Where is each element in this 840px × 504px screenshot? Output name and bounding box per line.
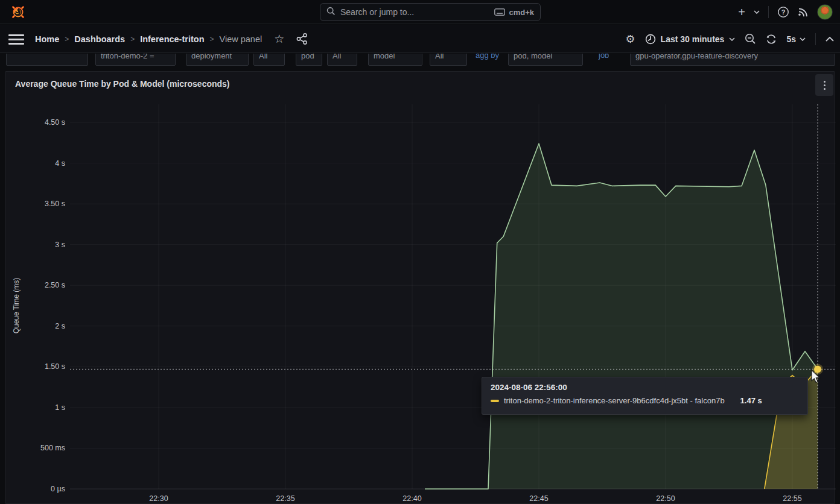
breadcrumb-separator: > [130,35,135,43]
y-axis-tick-label: 3.50 s [45,200,65,208]
variable-label: job [599,54,609,66]
y-axis-tick-label: 500 ms [40,444,65,452]
search-icon [326,7,336,17]
timeseries-chart[interactable]: 0 µs500 ms1 s1.50 s2 s2.50 s3 s3.50 s4 s… [5,72,836,504]
refresh-interval-picker[interactable]: 5s [786,34,806,44]
dashboard-settings-gear-icon[interactable]: ⚙ [625,34,635,45]
share-icon[interactable] [296,33,308,45]
breadcrumb-home[interactable]: Home [35,34,59,44]
add-chevron-down-icon[interactable] [754,10,760,14]
tooltip-series-name: triton-demo-2-triton-inference-server-9b… [504,396,725,405]
refresh-interval-chevron-down-icon [800,37,806,41]
y-axis-tick-label: 1 s [55,403,65,412]
y-axis-title: Queue Time (ms) [12,278,21,334]
search-shortcut-label: cmd+k [509,8,534,17]
time-range-label: Last 30 minutes [661,34,725,44]
time-range-chevron-down-icon [729,37,735,41]
y-axis-tick-label: 3 s [55,241,65,249]
breadcrumb-dashboard-name[interactable]: Inference-triton [140,34,204,44]
grafana-logo-icon[interactable] [10,4,27,20]
y-axis-tick-label: 4.50 s [45,118,65,127]
variable-select[interactable]: pod [296,54,322,66]
help-icon[interactable]: ? [777,6,789,18]
tooltip-series-swatch [491,400,499,402]
favorite-star-icon[interactable]: ☆ [274,33,284,45]
chart-tooltip: 2024-08-06 22:56:00 triton-demo-2-triton… [482,377,808,415]
y-axis-tick-label: 0 µs [51,485,65,493]
variable-select[interactable]: pod, model [508,54,583,66]
collapse-chevron-up-icon[interactable] [826,37,834,42]
search-input[interactable]: Search or jump to... cmd+k [320,3,541,21]
variable-select[interactable]: All [430,54,467,66]
breadcrumb: Home > Dashboards > Inference-triton > V… [35,25,308,53]
timeseries-panel: Average Queue Time by Pod & Model (micro… [5,71,835,504]
breadcrumb-view-panel: View panel [220,34,262,44]
x-axis-tick-label: 22:50 [656,494,675,503]
x-axis-tick-label: 22:35 [276,494,294,503]
x-axis-tick-label: 22:45 [529,494,548,503]
variable-label: agg by [476,54,499,66]
news-rss-icon[interactable] [798,7,809,17]
tooltip-timestamp: 2024-08-06 22:56:00 [491,383,799,392]
x-axis-tick-label: 22:30 [149,494,168,503]
series-area [425,143,818,489]
svg-text:?: ? [781,8,786,16]
tooltip-series-value: 1.47 s [740,396,762,405]
toolbar-divider [815,33,816,45]
breadcrumb-separator: > [65,35,69,43]
topbar-divider [768,6,769,18]
variable-select[interactable]: All [327,54,357,66]
y-axis-tick-label: 2.50 s [45,281,65,289]
search-placeholder: Search or jump to... [340,7,494,17]
x-axis-tick-label: 22:40 [402,494,421,503]
keyboard-icon [494,8,505,16]
refresh-interval-label: 5s [786,34,796,44]
x-axis-tick-label: 22:55 [783,494,801,503]
variable-select[interactable]: gpu-operator,gpu-feature-discovery [630,54,835,66]
refresh-icon[interactable] [766,34,777,45]
zoom-out-icon[interactable] [745,33,756,45]
variable-select[interactable]: triton-demo-2 = [95,54,176,66]
breadcrumb-separator: > [209,35,214,43]
top-navigation-bar: Search or jump to... cmd+k + ? [0,0,840,24]
time-range-picker[interactable]: Last 30 minutes [645,34,736,45]
y-axis-tick-label: 4 s [55,159,65,168]
variable-select[interactable]: model [368,54,422,66]
variable-select[interactable] [6,54,88,66]
menu-hamburger-icon[interactable] [8,34,24,45]
dashboard-toolbar: Home > Dashboards > Inference-triton > V… [0,25,840,53]
dashboard-variables-row: triton-demo-2 =deploymentAllpodAllmodelA… [0,54,840,67]
y-axis-tick-label: 1.50 s [45,362,65,371]
y-axis-tick-label: 2 s [55,322,65,330]
breadcrumb-dashboards[interactable]: Dashboards [74,34,125,44]
user-avatar[interactable] [817,4,833,20]
tooltip-series-row: triton-demo-2-triton-inference-server-9b… [491,396,799,405]
mouse-cursor-icon [811,370,823,384]
variable-select[interactable]: All [253,54,285,66]
variable-select[interactable]: deployment [186,54,249,66]
add-button[interactable]: + [738,6,745,18]
clock-icon [645,34,656,45]
